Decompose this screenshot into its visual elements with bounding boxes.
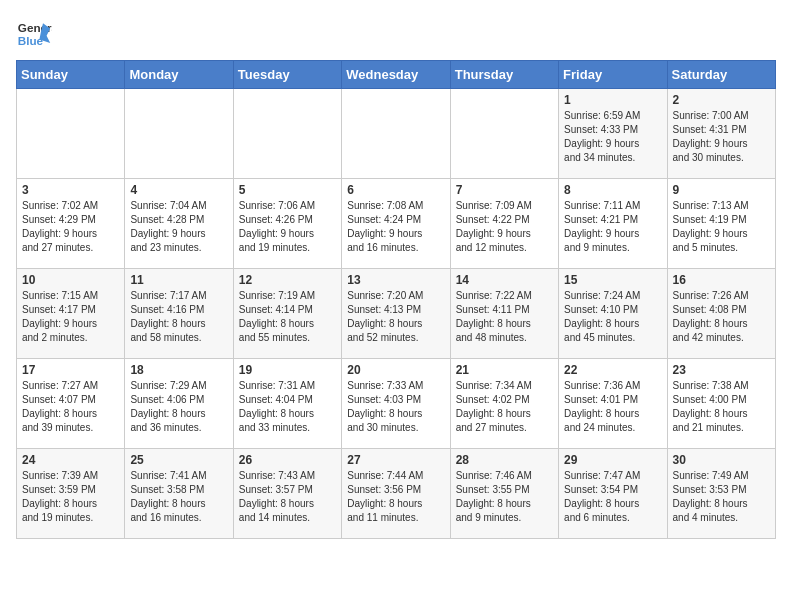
day-cell: 26Sunrise: 7:43 AM Sunset: 3:57 PM Dayli… bbox=[233, 449, 341, 539]
week-row-2: 3Sunrise: 7:02 AM Sunset: 4:29 PM Daylig… bbox=[17, 179, 776, 269]
day-number: 13 bbox=[347, 273, 444, 287]
day-cell: 2Sunrise: 7:00 AM Sunset: 4:31 PM Daylig… bbox=[667, 89, 775, 179]
day-number: 26 bbox=[239, 453, 336, 467]
day-cell: 1Sunrise: 6:59 AM Sunset: 4:33 PM Daylig… bbox=[559, 89, 667, 179]
day-number: 25 bbox=[130, 453, 227, 467]
day-number: 14 bbox=[456, 273, 553, 287]
day-info: Sunrise: 7:31 AM Sunset: 4:04 PM Dayligh… bbox=[239, 379, 336, 435]
day-number: 22 bbox=[564, 363, 661, 377]
logo: General Blue bbox=[16, 16, 56, 52]
svg-text:Blue: Blue bbox=[18, 34, 44, 47]
day-number: 16 bbox=[673, 273, 770, 287]
day-number: 1 bbox=[564, 93, 661, 107]
day-number: 11 bbox=[130, 273, 227, 287]
day-cell: 10Sunrise: 7:15 AM Sunset: 4:17 PM Dayli… bbox=[17, 269, 125, 359]
day-number: 30 bbox=[673, 453, 770, 467]
day-cell: 20Sunrise: 7:33 AM Sunset: 4:03 PM Dayli… bbox=[342, 359, 450, 449]
day-info: Sunrise: 7:17 AM Sunset: 4:16 PM Dayligh… bbox=[130, 289, 227, 345]
day-cell: 28Sunrise: 7:46 AM Sunset: 3:55 PM Dayli… bbox=[450, 449, 558, 539]
day-info: Sunrise: 7:19 AM Sunset: 4:14 PM Dayligh… bbox=[239, 289, 336, 345]
header-thursday: Thursday bbox=[450, 61, 558, 89]
day-info: Sunrise: 7:36 AM Sunset: 4:01 PM Dayligh… bbox=[564, 379, 661, 435]
calendar-table: SundayMondayTuesdayWednesdayThursdayFrid… bbox=[16, 60, 776, 539]
day-cell: 8Sunrise: 7:11 AM Sunset: 4:21 PM Daylig… bbox=[559, 179, 667, 269]
day-cell: 11Sunrise: 7:17 AM Sunset: 4:16 PM Dayli… bbox=[125, 269, 233, 359]
day-info: Sunrise: 7:24 AM Sunset: 4:10 PM Dayligh… bbox=[564, 289, 661, 345]
page-header: General Blue bbox=[16, 16, 776, 52]
day-info: Sunrise: 7:08 AM Sunset: 4:24 PM Dayligh… bbox=[347, 199, 444, 255]
day-cell bbox=[450, 89, 558, 179]
day-cell: 14Sunrise: 7:22 AM Sunset: 4:11 PM Dayli… bbox=[450, 269, 558, 359]
day-number: 6 bbox=[347, 183, 444, 197]
day-info: Sunrise: 7:29 AM Sunset: 4:06 PM Dayligh… bbox=[130, 379, 227, 435]
day-number: 5 bbox=[239, 183, 336, 197]
day-number: 12 bbox=[239, 273, 336, 287]
day-cell: 25Sunrise: 7:41 AM Sunset: 3:58 PM Dayli… bbox=[125, 449, 233, 539]
day-cell: 18Sunrise: 7:29 AM Sunset: 4:06 PM Dayli… bbox=[125, 359, 233, 449]
day-number: 9 bbox=[673, 183, 770, 197]
day-cell: 19Sunrise: 7:31 AM Sunset: 4:04 PM Dayli… bbox=[233, 359, 341, 449]
day-cell bbox=[342, 89, 450, 179]
day-number: 19 bbox=[239, 363, 336, 377]
calendar-header-row: SundayMondayTuesdayWednesdayThursdayFrid… bbox=[17, 61, 776, 89]
day-info: Sunrise: 7:33 AM Sunset: 4:03 PM Dayligh… bbox=[347, 379, 444, 435]
day-number: 21 bbox=[456, 363, 553, 377]
header-friday: Friday bbox=[559, 61, 667, 89]
day-number: 28 bbox=[456, 453, 553, 467]
day-cell: 3Sunrise: 7:02 AM Sunset: 4:29 PM Daylig… bbox=[17, 179, 125, 269]
day-info: Sunrise: 7:15 AM Sunset: 4:17 PM Dayligh… bbox=[22, 289, 119, 345]
day-cell bbox=[17, 89, 125, 179]
day-cell: 13Sunrise: 7:20 AM Sunset: 4:13 PM Dayli… bbox=[342, 269, 450, 359]
day-cell: 17Sunrise: 7:27 AM Sunset: 4:07 PM Dayli… bbox=[17, 359, 125, 449]
day-cell: 22Sunrise: 7:36 AM Sunset: 4:01 PM Dayli… bbox=[559, 359, 667, 449]
header-saturday: Saturday bbox=[667, 61, 775, 89]
day-cell: 27Sunrise: 7:44 AM Sunset: 3:56 PM Dayli… bbox=[342, 449, 450, 539]
day-number: 18 bbox=[130, 363, 227, 377]
day-info: Sunrise: 7:39 AM Sunset: 3:59 PM Dayligh… bbox=[22, 469, 119, 525]
day-info: Sunrise: 7:02 AM Sunset: 4:29 PM Dayligh… bbox=[22, 199, 119, 255]
header-sunday: Sunday bbox=[17, 61, 125, 89]
day-cell: 9Sunrise: 7:13 AM Sunset: 4:19 PM Daylig… bbox=[667, 179, 775, 269]
day-cell: 4Sunrise: 7:04 AM Sunset: 4:28 PM Daylig… bbox=[125, 179, 233, 269]
day-info: Sunrise: 6:59 AM Sunset: 4:33 PM Dayligh… bbox=[564, 109, 661, 165]
day-info: Sunrise: 7:22 AM Sunset: 4:11 PM Dayligh… bbox=[456, 289, 553, 345]
day-number: 2 bbox=[673, 93, 770, 107]
day-number: 3 bbox=[22, 183, 119, 197]
week-row-4: 17Sunrise: 7:27 AM Sunset: 4:07 PM Dayli… bbox=[17, 359, 776, 449]
day-cell bbox=[125, 89, 233, 179]
header-tuesday: Tuesday bbox=[233, 61, 341, 89]
logo-icon: General Blue bbox=[16, 16, 52, 52]
day-number: 29 bbox=[564, 453, 661, 467]
day-cell: 6Sunrise: 7:08 AM Sunset: 4:24 PM Daylig… bbox=[342, 179, 450, 269]
day-info: Sunrise: 7:47 AM Sunset: 3:54 PM Dayligh… bbox=[564, 469, 661, 525]
day-cell: 12Sunrise: 7:19 AM Sunset: 4:14 PM Dayli… bbox=[233, 269, 341, 359]
day-info: Sunrise: 7:09 AM Sunset: 4:22 PM Dayligh… bbox=[456, 199, 553, 255]
day-cell: 21Sunrise: 7:34 AM Sunset: 4:02 PM Dayli… bbox=[450, 359, 558, 449]
day-number: 10 bbox=[22, 273, 119, 287]
day-number: 4 bbox=[130, 183, 227, 197]
day-info: Sunrise: 7:11 AM Sunset: 4:21 PM Dayligh… bbox=[564, 199, 661, 255]
day-info: Sunrise: 7:27 AM Sunset: 4:07 PM Dayligh… bbox=[22, 379, 119, 435]
day-info: Sunrise: 7:06 AM Sunset: 4:26 PM Dayligh… bbox=[239, 199, 336, 255]
day-number: 20 bbox=[347, 363, 444, 377]
day-info: Sunrise: 7:38 AM Sunset: 4:00 PM Dayligh… bbox=[673, 379, 770, 435]
week-row-3: 10Sunrise: 7:15 AM Sunset: 4:17 PM Dayli… bbox=[17, 269, 776, 359]
day-info: Sunrise: 7:20 AM Sunset: 4:13 PM Dayligh… bbox=[347, 289, 444, 345]
day-cell: 7Sunrise: 7:09 AM Sunset: 4:22 PM Daylig… bbox=[450, 179, 558, 269]
day-info: Sunrise: 7:46 AM Sunset: 3:55 PM Dayligh… bbox=[456, 469, 553, 525]
day-cell: 30Sunrise: 7:49 AM Sunset: 3:53 PM Dayli… bbox=[667, 449, 775, 539]
header-wednesday: Wednesday bbox=[342, 61, 450, 89]
day-number: 15 bbox=[564, 273, 661, 287]
day-info: Sunrise: 7:04 AM Sunset: 4:28 PM Dayligh… bbox=[130, 199, 227, 255]
day-info: Sunrise: 7:34 AM Sunset: 4:02 PM Dayligh… bbox=[456, 379, 553, 435]
day-number: 8 bbox=[564, 183, 661, 197]
day-cell: 15Sunrise: 7:24 AM Sunset: 4:10 PM Dayli… bbox=[559, 269, 667, 359]
day-cell: 24Sunrise: 7:39 AM Sunset: 3:59 PM Dayli… bbox=[17, 449, 125, 539]
day-info: Sunrise: 7:41 AM Sunset: 3:58 PM Dayligh… bbox=[130, 469, 227, 525]
day-number: 23 bbox=[673, 363, 770, 377]
day-info: Sunrise: 7:00 AM Sunset: 4:31 PM Dayligh… bbox=[673, 109, 770, 165]
week-row-1: 1Sunrise: 6:59 AM Sunset: 4:33 PM Daylig… bbox=[17, 89, 776, 179]
day-number: 27 bbox=[347, 453, 444, 467]
day-info: Sunrise: 7:43 AM Sunset: 3:57 PM Dayligh… bbox=[239, 469, 336, 525]
day-number: 7 bbox=[456, 183, 553, 197]
